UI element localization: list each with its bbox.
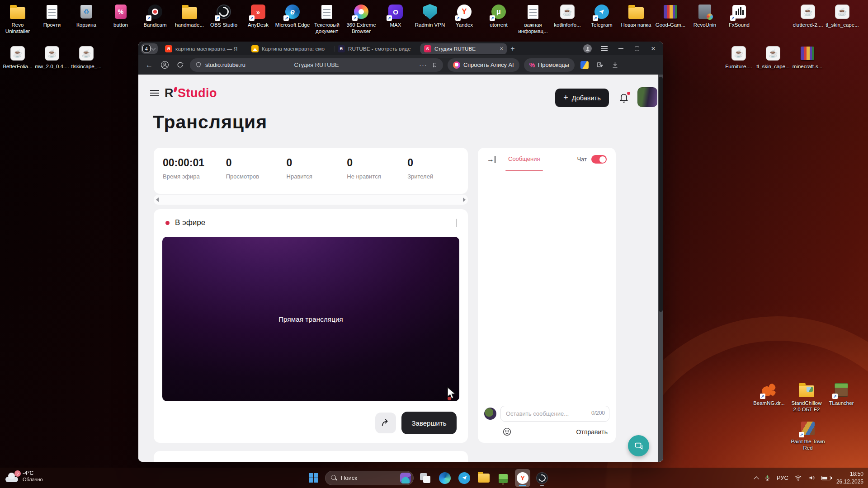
desktop-icon-readme[interactable]: Прочти — [34, 4, 70, 28]
downloads-icon[interactable] — [610, 61, 621, 69]
browser-menu-button[interactable] — [596, 43, 613, 55]
desktop-icon-revounin[interactable]: RevoUnin — [687, 4, 722, 28]
icon-label: kotlinforfo... — [554, 22, 580, 28]
yandex-pay-icon[interactable] — [579, 61, 590, 69]
taskbar-obs[interactable] — [534, 469, 550, 487]
add-button[interactable]: + Добавить — [555, 89, 609, 107]
desktop-icon-telegram[interactable]: Telegram — [584, 4, 619, 28]
desktop-icon-paint-the-town-red[interactable]: Paint the Town Red — [790, 420, 826, 451]
address-bar[interactable]: studio.rutube.ru Студия RUTUBE ··· — [190, 58, 443, 72]
desktop-icon-tlauncher[interactable]: TLauncher — [824, 382, 859, 406]
microphone-icon[interactable] — [764, 474, 771, 482]
tab-rutube[interactable]: R RUTUBE - смотреть виде — [334, 43, 420, 54]
start-button[interactable] — [306, 470, 321, 486]
taskbar-minecraft[interactable] — [495, 469, 511, 487]
collapse-section-button[interactable] — [457, 219, 457, 227]
scrollbar-thumb[interactable] — [659, 77, 663, 312]
taskbar-task-view[interactable] — [418, 469, 433, 487]
tab-messages[interactable]: Сообщения — [508, 155, 540, 164]
stats-scrollbar[interactable] — [154, 195, 468, 205]
desktop-icon-anydesk[interactable]: »AnyDesk — [241, 4, 276, 28]
wifi-icon[interactable] — [794, 475, 802, 481]
desktop-icon-obs-studio[interactable]: OBS Studio — [206, 4, 241, 28]
desktop-icon-good-gam[interactable]: Good-Gam... — [653, 4, 688, 28]
desktop-icon-kotlinforfo[interactable]: ☕kotlinforfo... — [550, 4, 585, 28]
ask-alice-button[interactable]: Спросить Алису AI — [448, 58, 519, 72]
tab-kartina-search[interactable]: Я картина маенкравта — Я — [161, 43, 248, 54]
volume-icon[interactable] — [808, 474, 816, 481]
scroll-left-icon[interactable] — [156, 197, 159, 202]
language-indicator[interactable]: РУС — [777, 474, 788, 481]
desktop-icon-fxsound[interactable]: FxSound — [722, 4, 757, 28]
desktop-icon-radmin-vpn[interactable]: Radmin VPN — [412, 4, 448, 28]
desktop-icon-yandex[interactable]: YYandex — [447, 4, 482, 28]
desktop-icon-recycle-bin[interactable]: Корзина — [69, 4, 104, 28]
desktop-icon-edge[interactable]: eMicrosoft Edge — [275, 4, 310, 28]
desktop-icon-revo-uninstaller[interactable]: Revo Uninstaller — [0, 4, 35, 35]
desktop-icon-cluttered[interactable]: ☕cluttered-2.... — [790, 4, 826, 28]
page-scrollbar[interactable] — [658, 75, 663, 462]
taskbar-telegram[interactable] — [457, 469, 472, 487]
desktop-icon-tl-skin-cape-2[interactable]: ☕tl_skin_cape... — [755, 45, 791, 70]
rstudio-logo[interactable]: R Studio — [165, 86, 217, 100]
minimize-button[interactable] — [613, 43, 629, 55]
maximize-button[interactable] — [629, 43, 645, 55]
back-button[interactable]: ← — [144, 61, 155, 69]
new-tab-button[interactable]: + — [507, 43, 519, 54]
stat-label: Нравится — [287, 173, 347, 180]
desktop-icon-tlskincape[interactable]: ☕tlskincape_... — [69, 45, 104, 70]
desktop-icon-handmade[interactable]: handmade... — [172, 4, 207, 28]
desktop-icon-utorrent[interactable]: µutorrent — [481, 4, 516, 28]
finish-stream-button[interactable]: Завершить — [401, 412, 457, 434]
tab-studio-rutube-active[interactable]: S Студия RUTUBE × — [420, 43, 507, 54]
live-card-header[interactable]: В эфире — [154, 209, 468, 227]
weather-widget[interactable]: 2 -4°C Облачно — [5, 469, 43, 482]
send-message-button[interactable]: Отправить — [576, 428, 608, 436]
tab-kartina-view[interactable]: Картина маенкравта: смо — [248, 43, 334, 54]
refresh-button[interactable] — [175, 61, 185, 69]
battery-icon[interactable] — [821, 476, 830, 480]
desktop-icon-minecraft-s[interactable]: minecraft-s... — [790, 45, 825, 70]
taskbar-search[interactable]: Поиск — [325, 471, 414, 485]
desktop-icon-furniture[interactable]: ☕Furniture-... — [721, 45, 756, 70]
desktop-icon-standchillow[interactable]: StandChillow 2.0 ОБТ F2 — [789, 382, 824, 413]
collapse-chat-icon[interactable]: → — [487, 156, 495, 163]
bandicam-icon — [148, 5, 162, 19]
tab-close-icon[interactable]: × — [500, 45, 503, 52]
emoji-smiley-icon[interactable] — [502, 427, 512, 436]
icon-label: Paint the Town Red — [790, 438, 826, 451]
extensions-puzzle-icon[interactable] — [594, 61, 605, 69]
promo-codes-button[interactable]: % Промокоды — [524, 58, 575, 72]
more-icon[interactable]: ··· — [419, 61, 427, 69]
notifications-bell-button[interactable] — [618, 92, 630, 104]
browser-profile-avatar[interactable] — [583, 44, 592, 53]
account-avatar[interactable] — [637, 87, 657, 107]
desktop-icon-360-browser[interactable]: 360 Extreme Browser — [344, 4, 379, 35]
desktop-icon-important-info[interactable]: важная информац... — [515, 4, 551, 35]
desktop-icon-tl-skin-cape-1[interactable]: ☕tl_skin_cape... — [825, 4, 860, 28]
close-button[interactable]: × — [645, 43, 661, 55]
logo-apostrophe — [174, 87, 177, 92]
bookmark-icon[interactable] — [432, 62, 438, 68]
share-stream-button[interactable] — [375, 413, 396, 433]
hamburger-menu-button[interactable] — [150, 93, 159, 94]
desktop-icon-mw20[interactable]: ☕mw_2.0_0.4.... — [34, 45, 70, 70]
desktop-icon-betterfolia[interactable]: ☕BetterFolia... — [0, 45, 35, 70]
chat-toggle-switch[interactable] — [591, 155, 607, 164]
clock[interactable]: 18:50 26.12.2025 — [836, 470, 863, 485]
support-chat-floating-button[interactable] — [628, 435, 649, 456]
tab-counter[interactable]: 4 — [141, 43, 158, 54]
taskbar-explorer[interactable] — [476, 469, 491, 487]
tray-expand-icon[interactable] — [754, 476, 759, 481]
desktop-icon-text-document[interactable]: Текстовый документ — [309, 4, 344, 35]
scroll-right-icon[interactable] — [463, 197, 466, 202]
desktop-icon-button[interactable]: %button — [103, 4, 138, 28]
desktop-icon-bandicam[interactable]: Bandicam — [137, 4, 173, 28]
desktop-icon-max[interactable]: OMAX — [378, 4, 413, 28]
taskbar-yandex-browser[interactable]: Y — [515, 469, 530, 487]
desktop-icon-new-folder[interactable]: Новая папка — [618, 4, 654, 28]
toolbar-profile-icon[interactable] — [159, 61, 170, 69]
icon-label: minecraft-s... — [793, 63, 822, 70]
taskbar-edge[interactable] — [437, 469, 453, 487]
desktop-icon-beamng[interactable]: BeamNG.dr... — [751, 382, 787, 406]
